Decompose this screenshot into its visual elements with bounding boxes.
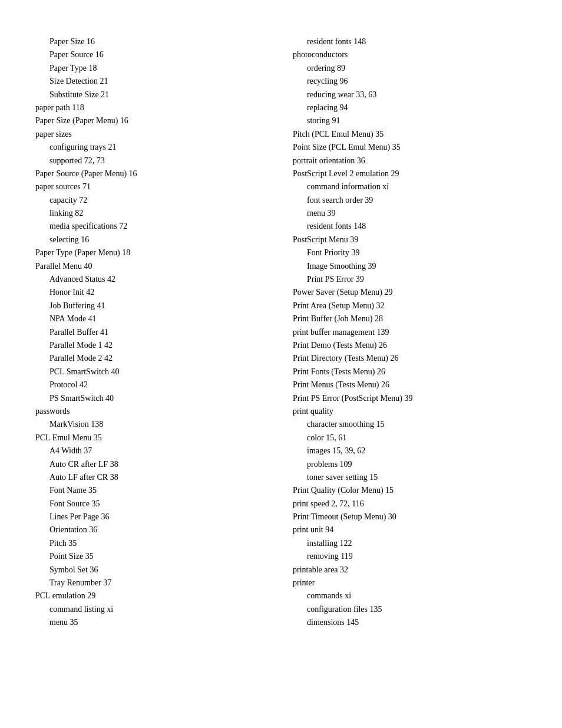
index-entry: images 15, 39, 62: [293, 444, 527, 457]
index-entry: print unit 94: [293, 523, 527, 536]
index-entry: Pitch 35: [35, 537, 269, 550]
index-entry: Font Name 35: [35, 484, 269, 497]
index-entry: font search order 39: [293, 194, 527, 207]
index-entry: Print Demo (Tests Menu) 26: [293, 339, 527, 352]
index-entry: Print PS Error (PostScript Menu) 39: [293, 392, 527, 405]
index-entry: resident fonts 148: [293, 220, 527, 233]
index-entry: selecting 16: [35, 233, 269, 246]
index-entry: Image Smoothing 39: [293, 260, 527, 273]
index-entry: Advanced Status 42: [35, 273, 269, 286]
index-entry: Print Timeout (Setup Menu) 30: [293, 510, 527, 523]
index-entry: PostScript Menu 39: [293, 233, 527, 246]
index-entry: command listing xi: [35, 603, 269, 616]
index-entry: photoconductors: [293, 48, 527, 61]
index-entry: Paper Size 16: [35, 35, 269, 48]
index-entry: PCL Emul Menu 35: [35, 431, 269, 444]
index-entry: paper sizes: [35, 128, 269, 141]
index-entry: Point Size 35: [35, 550, 269, 563]
index-entry: PS SmartSwitch 40: [35, 392, 269, 405]
index-entry: recycling 96: [293, 75, 527, 88]
index-entry: Print Directory (Tests Menu) 26: [293, 352, 527, 365]
index-entry: PostScript Level 2 emulation 29: [293, 167, 527, 180]
index-entry: color 15, 61: [293, 431, 527, 444]
index-entry: storing 91: [293, 114, 527, 127]
index-entry: ordering 89: [293, 62, 527, 75]
index-entry: menu 39: [293, 207, 527, 220]
index-entry: Parallel Buffer 41: [35, 326, 269, 339]
index-entry: Symbol Set 36: [35, 564, 269, 577]
index-entry: removing 119: [293, 550, 527, 563]
index-entry: Pitch (PCL Emul Menu) 35: [293, 128, 527, 141]
index-entry: Paper Type (Paper Menu) 18: [35, 246, 269, 259]
index-entry: PCL emulation 29: [35, 589, 269, 602]
index-entry: printer: [293, 577, 527, 589]
index-entry: Size Detection 21: [35, 75, 269, 88]
index-entry: PCL SmartSwitch 40: [35, 365, 269, 378]
index-entry: Print PS Error 39: [293, 273, 527, 286]
index-entry: Font Priority 39: [293, 246, 527, 259]
index-entry: Parallel Mode 1 42: [35, 339, 269, 352]
index-entry: commands xi: [293, 589, 527, 602]
index-entry: dimensions 145: [293, 616, 527, 629]
index-entry: passwords: [35, 405, 269, 418]
index-entry: character smoothing 15: [293, 418, 527, 431]
index-entry: resident fonts 148: [293, 35, 527, 48]
index-entry: Honor Init 42: [35, 286, 269, 299]
index-entry: Lines Per Page 36: [35, 510, 269, 523]
index-entry: Print Fonts (Tests Menu) 26: [293, 365, 527, 378]
index-entry: paper path 118: [35, 101, 269, 114]
index-entry: supported 72, 73: [35, 154, 269, 167]
index-entry: Power Saver (Setup Menu) 29: [293, 286, 527, 299]
index-entry: Protocol 42: [35, 378, 269, 391]
right-column: resident fonts 148photoconductorsorderin…: [293, 35, 527, 630]
index-entry: problems 109: [293, 458, 527, 471]
index-entry: Auto CR after LF 38: [35, 458, 269, 471]
index-entry: print buffer management 139: [293, 326, 527, 339]
index-entry: Paper Source (Paper Menu) 16: [35, 167, 269, 180]
index-entry: configuring trays 21: [35, 141, 269, 154]
index-layout: Paper Size 16Paper Source 16Paper Type 1…: [35, 35, 527, 630]
index-entry: Job Buffering 41: [35, 299, 269, 312]
index-entry: printable area 32: [293, 564, 527, 577]
left-column: Paper Size 16Paper Source 16Paper Type 1…: [35, 35, 269, 630]
index-entry: media specifications 72: [35, 220, 269, 233]
index-entry: Paper Source 16: [35, 48, 269, 61]
index-entry: Print Menus (Tests Menu) 26: [293, 378, 527, 391]
index-entry: installing 122: [293, 537, 527, 550]
index-entry: Print Buffer (Job Menu) 28: [293, 312, 527, 325]
index-entry: Orientation 36: [35, 523, 269, 536]
index-entry: portrait orientation 36: [293, 154, 527, 167]
index-entry: Print Area (Setup Menu) 32: [293, 299, 527, 312]
index-entry: Auto LF after CR 38: [35, 471, 269, 484]
index-entry: Font Source 35: [35, 498, 269, 510]
index-entry: Parallel Menu 40: [35, 260, 269, 273]
index-entry: Paper Type 18: [35, 62, 269, 75]
index-entry: print speed 2, 72, 116: [293, 498, 527, 510]
index-entry: command information xi: [293, 180, 527, 193]
index-entry: Tray Renumber 37: [35, 577, 269, 589]
index-entry: A4 Width 37: [35, 444, 269, 457]
index-entry: menu 35: [35, 616, 269, 629]
index-entry: Parallel Mode 2 42: [35, 352, 269, 365]
index-entry: capacity 72: [35, 194, 269, 207]
index-entry: reducing wear 33, 63: [293, 88, 527, 101]
index-entry: print quality: [293, 405, 527, 418]
index-entry: Substitute Size 21: [35, 88, 269, 101]
index-entry: Print Quality (Color Menu) 15: [293, 484, 527, 497]
index-entry: configuration files 135: [293, 603, 527, 616]
index-entry: MarkVision 138: [35, 418, 269, 431]
index-entry: toner saver setting 15: [293, 471, 527, 484]
index-entry: paper sources 71: [35, 180, 269, 193]
index-entry: replacing 94: [293, 101, 527, 114]
index-entry: Paper Size (Paper Menu) 16: [35, 114, 269, 127]
index-entry: Point Size (PCL Emul Menu) 35: [293, 141, 527, 154]
index-entry: linking 82: [35, 207, 269, 220]
index-entry: NPA Mode 41: [35, 312, 269, 325]
